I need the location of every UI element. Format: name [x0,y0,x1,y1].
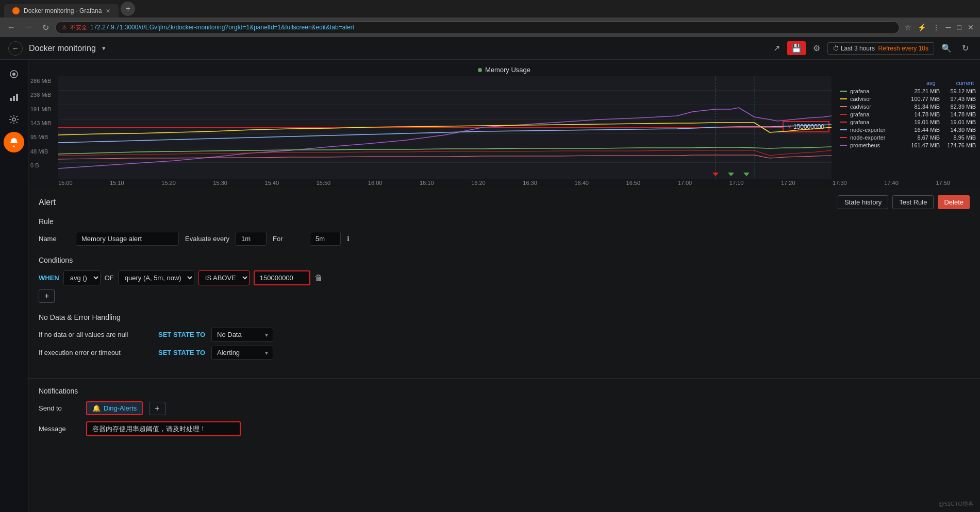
refresh-button[interactable]: ↻ [959,40,972,56]
browser-toolbar: ← → ↻ ⚠ 不安全 172.27.9.71:3000/d/EGvfjlmZk… [0,18,980,37]
rule-section: Rule Name Evaluate every For ℹ [39,217,970,246]
graph-y-labels: 286 MiB 238 MiB 191 MiB 143 MiB 95 MiB 4… [28,76,54,179]
x-label: 15:30 [213,180,227,186]
graph-title: Memory Usage [28,64,980,76]
sidebar-item-visualization[interactable] [4,87,24,107]
graph-x-labels: 15:00 15:10 15:20 15:30 15:40 15:50 16:0… [28,179,980,187]
new-tab-button[interactable]: + [121,2,135,16]
state-history-button[interactable]: State history [838,195,888,209]
legend-current: 14.30 MiB [940,127,976,133]
settings-icon[interactable]: ⚙ [810,40,823,56]
evaluate-input[interactable] [236,232,267,246]
window-maximize-icon[interactable]: □ [955,21,964,33]
info-icon[interactable]: ℹ [347,235,350,243]
when-badge: WHEN [39,274,59,282]
test-rule-button[interactable]: Test Rule [892,195,934,209]
notifications-section: Notifications Send to 🔔 Ding-Alerts + Me… [28,378,980,451]
address-bar[interactable]: ⚠ 不安全 172.27.9.71:3000/d/EGvfjlmZk/docke… [55,21,900,34]
legend-current: 14.78 MiB [940,111,976,117]
legend-name: grafana [850,88,904,94]
security-icon: ⚠ [62,24,67,31]
condition-row: WHEN avg () OF query (A, 5m, now) IS ABO… [39,270,970,285]
evaluate-label: Evaluate every [185,235,229,243]
forward-button[interactable]: → [22,21,36,34]
x-label: 16:30 [523,180,537,186]
comparator-select[interactable]: IS ABOVE [198,270,250,285]
name-label: Name [39,235,70,243]
svg-rect-3 [13,96,15,101]
list-item: cadvisor 100.77 MiB 97.43 MiB [840,96,976,102]
graph-svg [58,76,832,179]
save-icon[interactable]: 💾 [787,41,806,55]
sidebar [0,60,28,512]
sidebar-item-query[interactable] [4,64,24,84]
func-select[interactable]: avg () [63,270,101,285]
channel-name: Ding-Alerts [104,404,137,412]
x-label: 15:50 [317,180,331,186]
y-label: 238 MiB [30,92,52,98]
add-channel-button[interactable]: + [149,402,165,415]
share-icon[interactable]: ↗ [770,40,783,56]
legend-avg: 8.67 MiB [904,134,940,141]
svg-point-1 [12,73,15,76]
legend-name: node-exporter [850,127,904,133]
add-condition-button[interactable]: + [39,289,55,303]
x-label: 17:50 [936,180,950,186]
tab-close-icon[interactable]: ✕ [106,8,110,14]
message-row: Message [39,421,970,436]
no-data-select-2[interactable]: Alerting No Data Keep Last State OK [211,346,273,360]
svg-marker-9 [712,173,719,176]
condition-delete-button[interactable]: 🗑 [314,274,323,283]
tab-favicon [12,7,20,14]
x-label: 15:10 [110,180,124,186]
notification-channel-tag[interactable]: 🔔 Ding-Alerts [86,401,143,415]
dashboard-title: Docker monitoring [29,44,96,53]
name-input[interactable] [76,232,179,246]
x-label: 16:40 [574,180,589,186]
x-label: 16:00 [368,180,383,186]
no-data-label-1: If no data or all values are null [39,331,152,338]
nav-back-button[interactable]: ← [8,41,23,56]
threshold-input[interactable] [254,270,310,285]
bookmark-icon[interactable]: ☆ [903,21,913,33]
reload-button[interactable]: ↻ [39,21,52,35]
x-label: 16:20 [471,180,486,186]
of-label: OF [105,274,114,282]
header-buttons: State history Test Rule Delete [838,195,970,209]
window-minimize-icon[interactable]: ─ [944,21,953,33]
window-close-icon[interactable]: ✕ [966,21,976,33]
time-range-picker[interactable]: ⏱ Last 3 hours Refresh every 10s [827,42,934,55]
search-button[interactable]: 🔍 [938,40,955,56]
list-item: prometheus 161.47 MiB 174.76 MiB [840,142,976,148]
no-data-label-2: If execution error or timeout [39,349,152,356]
address-text: 172.27.9.71:3000/d/EGvfjlmZk/docker-moni… [90,24,354,31]
message-input[interactable] [86,421,241,436]
legend-table: avg current grafana 25.21 MiB 59.12 MiB … [836,76,980,179]
list-item: node-exporter 16.44 MiB 14.30 MiB [840,127,976,133]
y-label: 48 MiB [30,148,52,155]
legend-current: 97.43 MiB [940,96,976,102]
for-input[interactable] [310,232,341,246]
delete-button[interactable]: Delete [938,195,970,209]
message-label: Message [39,425,80,433]
bell-icon: 🔔 [92,404,101,412]
grafana-app: ← Docker monitoring ▾ ↗ 💾 ⚙ ⏱ Last 3 hou… [0,37,980,512]
list-item: cadvisor 81.34 MiB 82.39 MiB [840,104,976,110]
legend-color-swatch [840,98,847,99]
conditions-title: Conditions [39,256,970,264]
extensions-icon[interactable]: ⚡ [916,21,928,33]
no-data-select-1[interactable]: No Data Alerting Keep Last State OK [211,328,273,342]
browser-tab-active[interactable]: Docker monitoring - Grafana ✕ [4,4,119,18]
query-select[interactable]: query (A, 5m, now) [118,270,194,285]
legend-current: 174.76 MiB [940,142,976,148]
sidebar-item-alert[interactable] [4,132,24,152]
legend-avg: 16.44 MiB [904,127,940,133]
menu-icon[interactable]: ⋮ [931,21,942,33]
legend-avg-header: avg [926,80,936,86]
legend-color-swatch [840,137,847,138]
dashboard-dropdown-icon[interactable]: ▾ [102,44,106,52]
back-button[interactable]: ← [4,21,19,34]
list-item: grafana 25.21 MiB 59.12 MiB [840,88,976,94]
sidebar-item-settings[interactable] [4,109,24,130]
graph-panel: Memory Usage 286 MiB 238 MiB 191 MiB 143… [28,60,980,187]
